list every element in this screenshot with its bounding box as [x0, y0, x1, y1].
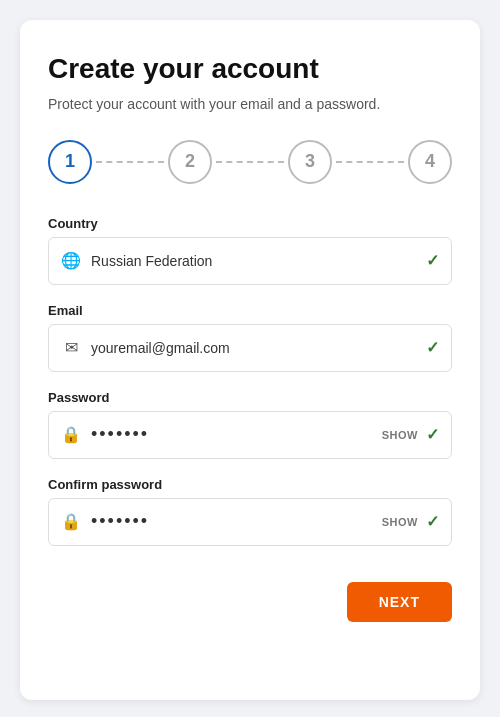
confirm-lock-icon: 🔒: [61, 512, 81, 531]
lock-icon: 🔒: [61, 425, 81, 444]
email-check-icon: ✓: [426, 338, 439, 357]
button-row: NEXT: [48, 582, 452, 622]
next-button[interactable]: NEXT: [347, 582, 452, 622]
email-field[interactable]: ✉ youremail@gmail.com ✓: [48, 324, 452, 372]
page-subtitle: Protect your account with your email and…: [48, 96, 452, 112]
country-value: Russian Federation: [91, 253, 426, 269]
step-line-3: [336, 161, 404, 163]
stepper: 1 2 3 4: [48, 140, 452, 184]
confirm-password-show-button[interactable]: SHOW: [382, 516, 418, 528]
globe-icon: 🌐: [61, 251, 81, 270]
password-show-button[interactable]: SHOW: [382, 429, 418, 441]
country-label: Country: [48, 216, 452, 231]
confirm-password-field[interactable]: 🔒 ••••••• SHOW ✓: [48, 498, 452, 546]
step-3-label: 3: [305, 151, 315, 172]
password-field[interactable]: 🔒 ••••••• SHOW ✓: [48, 411, 452, 459]
step-line-1: [96, 161, 164, 163]
email-icon: ✉: [61, 338, 81, 357]
step-line-2: [216, 161, 284, 163]
password-label: Password: [48, 390, 452, 405]
step-1-label: 1: [65, 151, 75, 172]
confirm-password-label: Confirm password: [48, 477, 452, 492]
password-value: •••••••: [91, 424, 382, 445]
step-4[interactable]: 4: [408, 140, 452, 184]
country-check-icon: ✓: [426, 251, 439, 270]
step-2[interactable]: 2: [168, 140, 212, 184]
step-2-label: 2: [185, 151, 195, 172]
page-title: Create your account: [48, 52, 452, 86]
confirm-password-check-icon: ✓: [426, 512, 439, 531]
email-value: youremail@gmail.com: [91, 340, 426, 356]
email-label: Email: [48, 303, 452, 318]
step-1[interactable]: 1: [48, 140, 92, 184]
password-check-icon: ✓: [426, 425, 439, 444]
confirm-password-value: •••••••: [91, 511, 382, 532]
step-4-label: 4: [425, 151, 435, 172]
country-field[interactable]: 🌐 Russian Federation ✓: [48, 237, 452, 285]
step-3[interactable]: 3: [288, 140, 332, 184]
account-creation-card: Create your account Protect your account…: [20, 20, 480, 700]
